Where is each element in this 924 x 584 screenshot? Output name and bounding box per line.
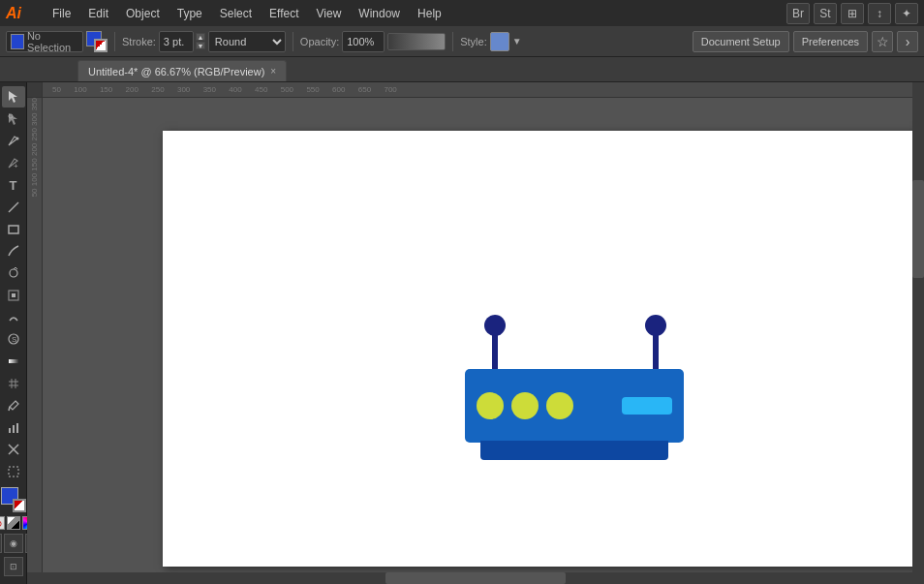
menu-select[interactable]: Select [212, 5, 260, 22]
stroke-type-select[interactable]: Round [208, 31, 286, 52]
tool-mesh[interactable] [2, 373, 25, 394]
tool-warp[interactable] [2, 307, 25, 328]
menu-right-icons: Br St ⊞ ↕ ✦ [786, 3, 918, 24]
svg-text:S: S [12, 335, 16, 344]
screen-mode-btn[interactable]: ⬛ [0, 534, 2, 553]
menu-view[interactable]: View [309, 5, 350, 22]
robot-screen [622, 397, 672, 415]
robot-circle-2 [511, 392, 539, 419]
svg-point-7 [10, 269, 17, 277]
preferences-button[interactable]: Preferences [793, 31, 868, 52]
opacity-section: Opacity: [300, 31, 446, 52]
antenna-right-ball [645, 315, 666, 336]
tool-eyedropper[interactable] [2, 395, 25, 416]
tool-line[interactable] [2, 197, 25, 218]
tool-pen[interactable] [2, 131, 25, 152]
default-colors[interactable] [7, 516, 20, 530]
no-selection-box[interactable]: No Selection [6, 31, 83, 52]
canvas-page [163, 131, 918, 567]
opacity-label: Opacity: [300, 36, 339, 47]
svg-rect-19 [16, 423, 18, 433]
doc-setup-button[interactable]: Document Setup [693, 31, 789, 52]
svg-rect-22 [9, 467, 18, 476]
ruler-vertical: 50 100 150 200 250 300 350 [27, 98, 43, 572]
stroke-section: Stroke: ▲ ▼ Round [122, 31, 286, 52]
stroke-color-swatch[interactable] [13, 499, 26, 512]
tab-close-btn[interactable]: × [270, 67, 276, 77]
v-scrollbar-thumb[interactable] [912, 180, 924, 278]
options-toolbar: No Selection Stroke: ▲ ▼ Round Opacity: [0, 26, 924, 57]
robot-circle-1 [477, 392, 504, 419]
no-selection-label: No Selection [27, 30, 78, 53]
stroke-spinners: ▲ ▼ [196, 33, 205, 49]
divider-2 [293, 32, 293, 51]
tool-gradient[interactable] [2, 351, 25, 372]
tool-transform[interactable] [2, 285, 25, 306]
stroke-up-btn[interactable]: ▲ [196, 33, 205, 41]
stroke-width-input[interactable] [159, 31, 194, 52]
menu-file[interactable]: File [45, 5, 78, 22]
tool-select[interactable] [2, 86, 25, 108]
robot-illustration [463, 305, 686, 460]
opacity-slider[interactable] [387, 33, 446, 50]
style-label: Style: [460, 36, 487, 47]
opacity-input[interactable] [342, 31, 385, 52]
tool-pencil[interactable] [2, 240, 25, 261]
arrange-btn[interactable]: ↕ [868, 3, 891, 24]
tool-symbol[interactable]: S [2, 329, 25, 351]
h-scrollbar-thumb[interactable] [385, 572, 565, 584]
change-screen-btn[interactable]: ⊡ [4, 557, 23, 576]
arrow-btn[interactable]: › [897, 31, 918, 52]
divider-3 [452, 32, 453, 51]
star-btn[interactable]: ✦ [895, 3, 918, 24]
vertical-scrollbar[interactable] [912, 82, 924, 572]
style-chevron[interactable]: ▼ [512, 36, 522, 46]
selection-section: No Selection [6, 31, 108, 52]
stroke-width-control: ▲ ▼ [159, 31, 205, 52]
none-swatch[interactable]: ⊘ [0, 516, 5, 530]
grid-btn[interactable]: ⊞ [841, 3, 864, 24]
tool-direct-select[interactable] [2, 108, 25, 130]
tool-artboard[interactable] [2, 461, 25, 482]
canvas-area[interactable]: 50 100 150 200 250 300 350 400 450 500 5… [27, 82, 924, 584]
stock-btn[interactable]: St [814, 3, 837, 24]
robot-circles-row [477, 392, 573, 419]
svg-rect-18 [13, 425, 15, 433]
svg-line-5 [9, 202, 18, 212]
horizontal-scrollbar[interactable] [27, 572, 924, 584]
robot-circle-3 [546, 392, 573, 419]
tool-type[interactable]: T [2, 174, 25, 196]
main-area: + T S [0, 82, 924, 584]
draw-mode-btn[interactable]: ◉ [4, 534, 23, 553]
doc-tab[interactable]: Untitled-4* @ 66.67% (RGB/Preview) × [77, 60, 287, 81]
stroke-down-btn[interactable]: ▼ [196, 42, 205, 49]
tool-add-anchor[interactable]: + [2, 152, 25, 173]
tab-bar: Untitled-4* @ 66.67% (RGB/Preview) × [0, 57, 924, 82]
stroke-label: Stroke: [122, 36, 156, 47]
tool-slice[interactable] [2, 440, 25, 461]
extras-btn[interactable]: ☆ [872, 31, 893, 52]
menu-type[interactable]: Type [169, 5, 210, 22]
bridge-btn[interactable]: Br [786, 3, 810, 24]
tool-chart[interactable] [2, 417, 25, 439]
stroke-swatch[interactable] [94, 39, 108, 52]
style-section: Style: ▼ [460, 32, 521, 51]
svg-point-3 [15, 138, 18, 140]
svg-marker-1 [9, 113, 17, 125]
menu-effect[interactable]: Effect [262, 5, 306, 22]
toolbar-right: Document Setup Preferences ☆ › [693, 31, 918, 52]
stroke-swatch-inner [96, 41, 106, 50]
menu-object[interactable]: Object [118, 5, 168, 22]
menu-edit[interactable]: Edit [80, 5, 116, 22]
fill-chip [11, 34, 24, 49]
style-swatch[interactable] [490, 32, 509, 51]
menu-window[interactable]: Window [351, 5, 408, 22]
svg-rect-9 [12, 293, 15, 297]
robot-body [465, 369, 684, 443]
tool-rotate[interactable] [2, 262, 25, 284]
menu-help[interactable]: Help [410, 5, 449, 22]
svg-rect-12 [9, 359, 18, 363]
tool-rect[interactable] [2, 219, 25, 240]
tab-title: Untitled-4* @ 66.67% (RGB/Preview) [88, 66, 264, 77]
svg-rect-17 [9, 428, 11, 433]
